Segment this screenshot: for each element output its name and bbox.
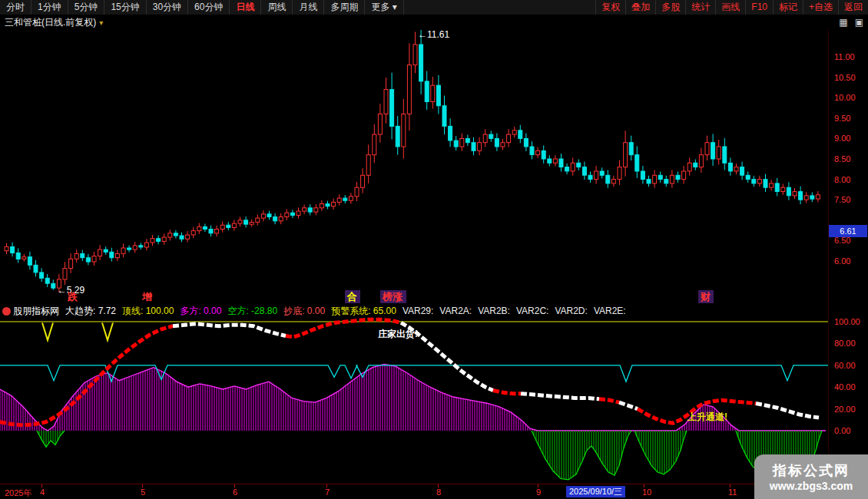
axis-tick	[538, 484, 538, 487]
indicator-y-axis-labels: 100.0080.0060.0040.0020.000.00	[834, 317, 860, 435]
svg-text:6.61: 6.61	[840, 226, 856, 236]
main-price-chart[interactable]: 11.0010.5010.009.509.008.508.007.506.506…	[0, 30, 868, 304]
title-bar: 三和管桩(日线.前复权) ▾ ▦▣	[0, 15, 868, 30]
toolbar-action-2[interactable]: 多股	[655, 0, 685, 15]
watermark-line1: 指标公式网	[773, 461, 850, 480]
axis-tick	[142, 484, 143, 487]
top-toolbar: 分时1分钟5分钟15分钟30分钟60分钟日线周线月线多周期更多 ▾ 复权叠加多股…	[0, 0, 868, 15]
axis-date-label-3: 6	[233, 487, 237, 497]
svg-text:7.50: 7.50	[834, 195, 850, 204]
stock-title: 三和管桩(日线.前复权)	[5, 16, 96, 29]
period-tab-3[interactable]: 15分钟	[104, 0, 146, 15]
axis-tick	[730, 484, 731, 487]
toolbar-action-8[interactable]: 返回	[838, 0, 868, 15]
svg-text:财: 财	[700, 291, 711, 302]
period-tab-9[interactable]: 多周期	[324, 0, 365, 15]
svg-text:6.50: 6.50	[834, 236, 850, 245]
indicator-panel: 股朋指标网 大趋势: 7.72顶线: 100.00多方: 0.00空方: -28…	[0, 304, 868, 484]
period-tabs: 分时1分钟5分钟15分钟30分钟60分钟日线周线月线多周期更多 ▾	[0, 0, 404, 15]
toolbar-actions: 复权叠加多股统计画线F10标记+自选返回	[595, 0, 868, 15]
watermark-line2: www.zbgs3.com	[770, 480, 853, 492]
svg-text:庄家出货!: 庄家出货!	[377, 329, 418, 339]
chart-tags: 跌增合榜涨财	[67, 290, 714, 303]
svg-text:合: 合	[346, 291, 357, 302]
svg-text:榜涨: 榜涨	[382, 291, 403, 302]
time-axis[interactable]: 2025年45678910112025/09/10/三	[0, 484, 868, 499]
high-annotation: ←11.61	[418, 30, 449, 40]
period-tab-8[interactable]: 月线	[293, 0, 324, 15]
titlebar-icons: ▦▣	[839, 17, 863, 28]
grid-layout-icon[interactable]: ▦	[839, 17, 847, 28]
axis-tick	[326, 484, 327, 487]
svg-text:6.00: 6.00	[834, 256, 850, 266]
period-tab-6[interactable]: 日线	[230, 0, 261, 15]
svg-text:10.50: 10.50	[834, 73, 856, 82]
svg-text:0.00: 0.00	[834, 426, 850, 435]
svg-text:11.00: 11.00	[834, 52, 855, 61]
watermark: 指标公式网 www.zbgs3.com	[754, 454, 868, 499]
svg-text:增: 增	[141, 291, 152, 302]
axis-date-label-6: 9	[536, 487, 541, 497]
axis-date-label-0: 2025年	[5, 487, 31, 499]
svg-text:9.50: 9.50	[834, 114, 850, 123]
toolbar-action-4[interactable]: 画线	[715, 0, 745, 15]
period-tab-7[interactable]: 周线	[261, 0, 293, 15]
current-price-badge: 6.61	[829, 225, 867, 237]
window-icon[interactable]: ▣	[855, 17, 863, 28]
axis-date-label-4: 7	[325, 487, 330, 497]
green-area-series	[37, 431, 822, 480]
svg-text:80.00: 80.00	[834, 339, 856, 348]
svg-text:60.00: 60.00	[834, 361, 856, 370]
period-tab-4[interactable]: 30分钟	[147, 0, 188, 15]
toolbar-action-7[interactable]: +自选	[803, 0, 838, 15]
svg-text:8.50: 8.50	[834, 154, 850, 164]
axis-date-label-7: 10	[642, 487, 651, 497]
axis-date-label-2: 5	[141, 487, 145, 497]
period-tab-0[interactable]: 分时	[0, 0, 31, 15]
svg-text:9.00: 9.00	[834, 134, 850, 143]
svg-text:40.00: 40.00	[834, 382, 856, 392]
svg-text:100.00: 100.00	[834, 317, 860, 326]
selected-date-label: 2025/09/10/三	[566, 486, 625, 497]
indicator-chart[interactable]: 庄家出货!上升通道!100.0080.0060.0040.0020.000.00	[0, 304, 868, 484]
svg-text:8.00: 8.00	[834, 175, 850, 184]
axis-date-label-5: 8	[436, 487, 441, 497]
period-tab-10[interactable]: 更多 ▾	[365, 0, 403, 15]
title-caret-icon[interactable]: ▾	[99, 18, 103, 27]
toolbar-action-5[interactable]: F10	[745, 0, 773, 15]
toolbar-action-0[interactable]: 复权	[595, 0, 625, 15]
axis-tick	[438, 484, 439, 487]
svg-text:跌: 跌	[67, 291, 78, 302]
axis-tick	[644, 484, 644, 487]
toolbar-action-6[interactable]: 标记	[773, 0, 803, 15]
svg-text:上升通道!: 上升通道!	[687, 411, 727, 422]
axis-tick	[41, 484, 42, 487]
period-tab-1[interactable]: 1分钟	[31, 0, 68, 15]
candlestick-series	[5, 30, 820, 292]
period-tab-5[interactable]: 60分钟	[188, 0, 230, 15]
axis-date-label-8: 11	[728, 487, 737, 497]
period-tab-2[interactable]: 5分钟	[68, 0, 105, 15]
toolbar-action-1[interactable]: 叠加	[625, 0, 655, 15]
axis-tick	[234, 484, 235, 487]
svg-text:20.00: 20.00	[834, 405, 856, 414]
svg-text:10.00: 10.00	[834, 93, 856, 102]
sell-signal-marks	[42, 322, 113, 340]
toolbar-action-3[interactable]: 统计	[685, 0, 715, 15]
axis-date-label-1: 4	[40, 487, 45, 497]
